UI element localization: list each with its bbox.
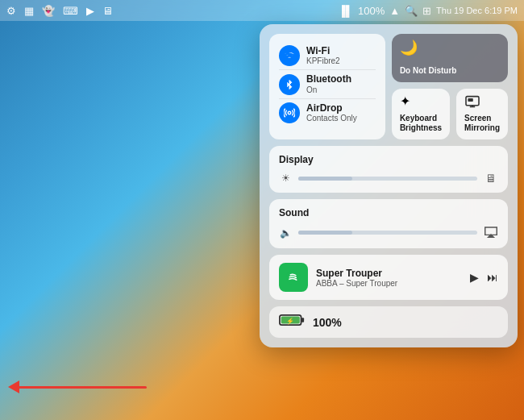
display-slider-fill [298, 177, 352, 181]
network-block: Wi-Fi KPFibre2 Bluetooth On [269, 34, 385, 139]
menu-bar: ⚙ ▦ 👻 ⌨ ▶ 🖥 ▐▌ 100% ▲ 🔍 ⊞ Thu 19 Dec 6:1… [0, 0, 524, 21]
svg-rect-5 [302, 318, 305, 322]
playback-controls: ▶ ⏭ [470, 271, 498, 284]
album-art [279, 263, 308, 292]
airdrop-icon [279, 102, 300, 123]
battery-section: ⚡ 100% [269, 306, 508, 338]
display-slider-track[interactable] [298, 177, 477, 181]
arrow-line [18, 386, 147, 389]
track-title: Super Trouper [316, 268, 462, 279]
sound-slider-row: 🔈 [279, 225, 498, 240]
screen-mirroring-label: Screen Mirroring [464, 114, 500, 133]
airdrop-text: AirDrop Contacts Only [306, 102, 357, 123]
display-section-title: Display [279, 154, 498, 165]
svg-rect-2 [468, 98, 473, 102]
battery-percent-menubar: 100% [358, 6, 385, 16]
wifi-label: Wi-Fi [306, 45, 340, 56]
ghost-icon[interactable]: 👻 [42, 6, 55, 16]
menu-bar-left: ⚙ ▦ 👻 ⌨ ▶ 🖥 [6, 6, 113, 16]
bluetooth-sublabel: On [306, 85, 351, 95]
now-playing-text: Super Trouper ABBA – Super Trouper [316, 268, 462, 288]
airdrop-sublabel: Contacts Only [306, 114, 357, 123]
screen-mirroring-block[interactable]: Screen Mirroring [456, 89, 508, 139]
wifi-sublabel: KPFibre2 [306, 56, 340, 66]
wifi-icon [279, 45, 300, 66]
airdrop-label: AirDrop [306, 102, 357, 114]
airplay-icon [484, 225, 498, 240]
moon-icon: 🌙 [400, 40, 418, 55]
track-artist: ABBA – Super Trouper [316, 279, 462, 288]
display-slider-row: ☀ 🖥 [279, 172, 498, 185]
svg-point-0 [288, 111, 291, 114]
skip-button[interactable]: ⏭ [487, 271, 498, 284]
svg-point-3 [286, 270, 301, 285]
monitor-icon[interactable]: 🖥 [102, 6, 113, 16]
dnd-label: Do Not Disturb [400, 66, 457, 76]
volume-low-icon: 🔈 [279, 227, 292, 239]
kb-mirror-row: ✦ Keyboard Brightness Screen Mirroring [392, 89, 508, 139]
bluetooth-icon [279, 74, 300, 95]
wifi-text: Wi-Fi KPFibre2 [306, 45, 340, 66]
bluetooth-text: Bluetooth On [306, 73, 351, 94]
keyboard-brightness-label: Keyboard Brightness [400, 114, 442, 133]
control-center-icon[interactable]: ⊞ [422, 6, 431, 16]
sound-slider-track[interactable] [298, 231, 477, 235]
battery-percent-label: 100% [313, 316, 342, 329]
battery-charging-icon: ⚡ [279, 313, 305, 331]
clock-display: Thu 19 Dec 6:19 PM [436, 6, 518, 15]
keyboard-brightness-block[interactable]: ✦ Keyboard Brightness [392, 89, 450, 139]
menu-bar-right: ▐▌ 100% ▲ 🔍 ⊞ Thu 19 Dec 6:19 PM [339, 6, 518, 16]
display-section: Display ☀ 🖥 [269, 146, 508, 193]
battery-menubar-icon[interactable]: ▐▌ [339, 6, 353, 16]
right-small-blocks: 🌙 Do Not Disturb ✦ Keyboard Brightness [392, 34, 508, 139]
sound-section: Sound 🔈 [269, 199, 508, 248]
arrow-indicator [8, 380, 147, 393]
airdrop-item[interactable]: AirDrop Contacts Only [279, 99, 376, 127]
wifi-item[interactable]: Wi-Fi KPFibre2 [279, 42, 376, 70]
play-button[interactable]: ▶ [470, 271, 479, 284]
keyboard-icon[interactable]: ⌨ [63, 6, 78, 16]
grid-icon[interactable]: ▦ [24, 6, 34, 16]
top-grid: Wi-Fi KPFibre2 Bluetooth On [269, 34, 508, 139]
control-center-panel: Wi-Fi KPFibre2 Bluetooth On [260, 24, 518, 347]
svg-text:⚡: ⚡ [286, 317, 294, 325]
brightness-low-icon: ☀ [279, 173, 292, 184]
do-not-disturb-block[interactable]: 🌙 Do Not Disturb [392, 34, 508, 82]
play-icon[interactable]: ▶ [86, 6, 94, 16]
bluetooth-item[interactable]: Bluetooth On [279, 70, 376, 98]
apple-menu-icon[interactable]: ⚙ [6, 6, 16, 16]
screen-mirroring-icon [464, 95, 480, 110]
display-end-icon: 🖥 [484, 172, 498, 185]
wifi-menubar-icon[interactable]: ▲ [389, 6, 400, 16]
now-playing-section: Super Trouper ABBA – Super Trouper ▶ ⏭ [269, 255, 508, 300]
sound-slider-fill [298, 231, 352, 235]
keyboard-brightness-icon: ✦ [400, 95, 410, 108]
search-icon[interactable]: 🔍 [405, 6, 418, 16]
sound-section-title: Sound [279, 207, 498, 218]
bluetooth-label: Bluetooth [306, 73, 351, 85]
